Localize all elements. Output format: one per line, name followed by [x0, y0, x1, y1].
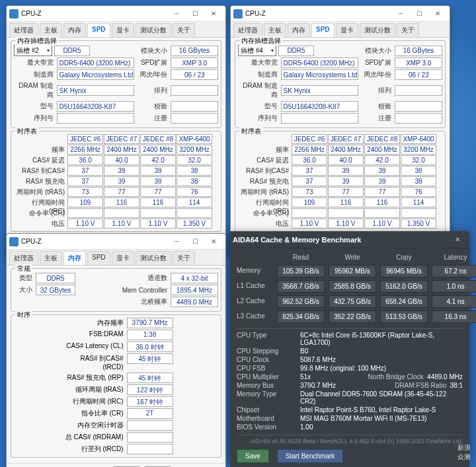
tab-1[interactable]: 主板: [40, 251, 62, 265]
tab-2[interactable]: 内存: [288, 23, 310, 37]
tab-1[interactable]: 主板: [40, 23, 62, 37]
minimize-button[interactable]: ─: [167, 235, 186, 248]
tab-4[interactable]: 显卡: [112, 251, 134, 265]
group-title-timing: 时序表: [15, 127, 39, 136]
watermark: 新浪众测: [457, 443, 471, 462]
tab-3[interactable]: SPD: [311, 23, 335, 37]
group-title-slotsel: 内存插槽选择: [15, 36, 59, 46]
tab-6[interactable]: 关于: [397, 23, 419, 37]
tab-6[interactable]: 关于: [173, 251, 195, 265]
bench-value[interactable]: 16.3 ns: [432, 310, 476, 323]
tab-6[interactable]: 关于: [173, 23, 195, 37]
mem-type: DDR5: [54, 46, 90, 56]
module-mfg: Galaxy Microsystems Ltd.: [57, 69, 134, 80]
week-year: 06 / 23: [171, 69, 218, 80]
slot-select[interactable]: 插槽 #4: [238, 45, 276, 56]
bench-value[interactable]: 352.22 GB/s: [329, 310, 376, 323]
tab-4[interactable]: 显卡: [336, 23, 358, 37]
serial: [57, 113, 134, 124]
part-number: D5U16643208-K87: [57, 101, 134, 112]
minimize-button[interactable]: ─: [391, 7, 410, 20]
tab-3[interactable]: SPD: [87, 251, 110, 265]
tab-3[interactable]: SPD: [87, 23, 110, 37]
bench-value[interactable]: 67.2 ns: [432, 265, 476, 277]
channels: 4 x 32-bit: [171, 273, 218, 283]
tab-4[interactable]: 显卡: [112, 23, 134, 37]
spd-ext: XMP 3.0: [171, 57, 218, 68]
tab-1[interactable]: 主板: [264, 23, 286, 37]
window-title: CPU-Z: [21, 10, 42, 17]
maximize-button[interactable]: ☐: [410, 7, 428, 20]
bench-value[interactable]: 4.1 ns: [432, 295, 476, 308]
nb-freq: 4489.0 MHz: [171, 297, 218, 307]
tab-5[interactable]: 测试分数: [360, 23, 395, 37]
mem-type: DDR5: [36, 273, 75, 283]
aida-footer: AIDA64 v6.90.6528 Beta / BenchDLL 4.6.89…: [237, 438, 463, 445]
titlebar[interactable]: CPU-Z ─ ☐ ✕: [231, 6, 450, 22]
bench-value[interactable]: 1.0 ns: [432, 280, 476, 293]
save-button[interactable]: Save: [237, 449, 269, 463]
maximize-button[interactable]: ☐: [186, 235, 204, 248]
ranks: [171, 85, 218, 96]
close-button[interactable]: ✕: [204, 235, 223, 248]
aida64-window: AIDA64 Cache & Memory Benchmark ✕ ReadWr…: [230, 231, 469, 462]
cpuz-spd-window-2: CPU-Z ─ ☐ ✕ 处理器主板内存SPD显卡测试分数关于 内存插槽选择 插槽…: [230, 5, 450, 257]
dram-mfg: SK Hynix: [57, 85, 134, 96]
titlebar[interactable]: AIDA64 Cache & Memory Benchmark ✕: [230, 231, 469, 248]
bench-value[interactable]: 825.34 GB/s: [277, 310, 325, 323]
bench-value[interactable]: 3568.7 GB/s: [277, 280, 325, 293]
bench-value[interactable]: 962.52 GB/s: [277, 295, 325, 308]
cpuz-memory-window: CPU-Z ─ ☐ ✕ 处理器主板内存SPD显卡测试分数关于 常规 类型 DDR…: [6, 233, 226, 467]
mc-freq: 1895.4 MHz: [171, 285, 218, 295]
close-button[interactable]: ✕: [448, 233, 467, 246]
bench-value[interactable]: 5162.0 GB/s: [380, 280, 428, 293]
tab-2[interactable]: 内存: [63, 251, 86, 265]
tab-0[interactable]: 处理器: [233, 23, 262, 37]
cpuz-icon: [9, 237, 19, 246]
maximize-button[interactable]: ☐: [186, 7, 204, 20]
start-benchmark-button[interactable]: Start Benchmark: [277, 449, 343, 463]
bench-value[interactable]: 2585.8 GB/s: [329, 280, 376, 293]
bench-value[interactable]: 95962 MB/s: [329, 265, 376, 277]
slot-select[interactable]: 插槽 #2: [14, 45, 52, 56]
tab-5[interactable]: 测试分数: [136, 23, 171, 37]
mem-size: 32 GBytes: [36, 285, 75, 295]
minimize-button[interactable]: ─: [167, 7, 186, 20]
tab-5[interactable]: 测试分数: [136, 251, 171, 265]
max-bandwidth: DDR5-6400 (3200 MHz): [57, 57, 134, 68]
window-title: AIDA64 Cache & Memory Benchmark: [233, 236, 361, 244]
cpuz-icon: [9, 9, 19, 18]
bench-value[interactable]: 105.39 GB/s: [277, 265, 325, 277]
bench-value[interactable]: 658.24 GB/s: [380, 295, 428, 308]
bench-value[interactable]: 513.53 GB/s: [380, 310, 428, 323]
tab-2[interactable]: 内存: [63, 23, 86, 37]
module-size: 16 GBytes: [171, 46, 218, 56]
bench-value[interactable]: 96945 MB/s: [380, 265, 428, 277]
titlebar[interactable]: CPU-Z ─ ☐ ✕: [7, 6, 225, 22]
close-button[interactable]: ✕: [204, 7, 223, 20]
tab-0[interactable]: 处理器: [9, 23, 38, 37]
bench-value[interactable]: 432.75 GB/s: [329, 295, 376, 308]
close-button[interactable]: ✕: [428, 7, 447, 20]
cpuz-spd-window-1: CPU-Z ─ ☐ ✕ 处理器主板内存SPD显卡测试分数关于 内存插槽选择 插槽…: [6, 5, 226, 257]
cpuz-icon: [233, 9, 243, 18]
titlebar[interactable]: CPU-Z ─ ☐ ✕: [7, 234, 225, 250]
tab-0[interactable]: 处理器: [9, 251, 38, 265]
